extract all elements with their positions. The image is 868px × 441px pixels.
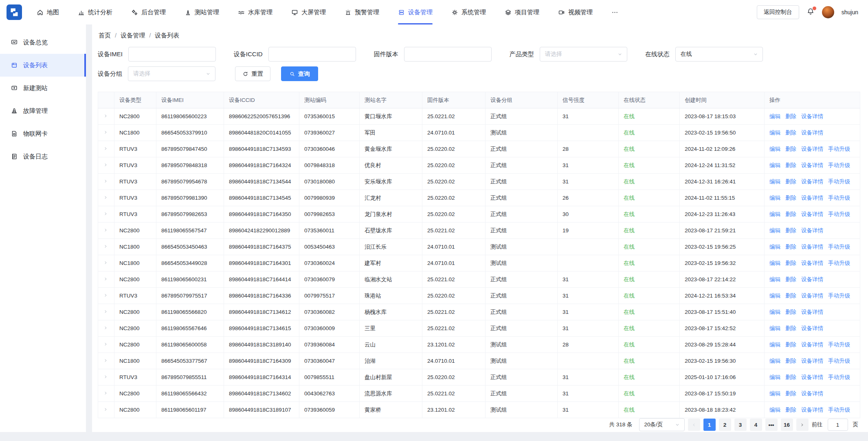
manual-upgrade-link[interactable]: 手动升级	[828, 407, 850, 413]
page-button-2[interactable]: 2	[719, 419, 731, 431]
expand-row-button[interactable]	[103, 390, 108, 396]
device-detail-link[interactable]: 设备详情	[801, 342, 823, 348]
breadcrumb-item[interactable]: 设备管理	[121, 32, 145, 40]
edit-link[interactable]: 编辑	[769, 309, 780, 315]
online-status-select[interactable]: 在线	[675, 47, 763, 62]
device-detail-link[interactable]: 设备详情	[801, 390, 823, 397]
expand-row-button[interactable]	[103, 162, 108, 168]
edit-link[interactable]: 编辑	[769, 407, 780, 413]
edit-link[interactable]: 编辑	[769, 374, 780, 380]
manual-upgrade-link[interactable]: 手动升级	[828, 358, 850, 364]
expand-row-button[interactable]	[103, 260, 108, 265]
device-detail-link[interactable]: 设备详情	[801, 358, 823, 364]
reset-button[interactable]: 重置	[235, 66, 270, 81]
nav-item-more[interactable]	[611, 0, 618, 24]
edit-link[interactable]: 编辑	[769, 130, 780, 136]
edit-link[interactable]: 编辑	[769, 179, 780, 185]
expand-row-button[interactable]	[103, 227, 108, 233]
device-detail-link[interactable]: 设备详情	[801, 276, 823, 282]
manual-upgrade-link[interactable]: 手动升级	[828, 146, 850, 152]
manual-upgrade-link[interactable]: 手动升级	[828, 179, 850, 185]
delete-link[interactable]: 删除	[785, 342, 796, 348]
nav-item-warning-management[interactable]: 预警管理	[345, 0, 379, 24]
device-detail-link[interactable]: 设备详情	[801, 195, 823, 201]
delete-link[interactable]: 删除	[785, 179, 796, 185]
device-detail-link[interactable]: 设备详情	[801, 146, 823, 152]
more-pages-button[interactable]: •••	[765, 419, 778, 431]
edit-link[interactable]: 编辑	[769, 195, 780, 201]
expand-row-button[interactable]	[103, 130, 108, 135]
sidebar-item-device-overview[interactable]: 设备总览	[0, 31, 86, 54]
delete-link[interactable]: 删除	[785, 390, 796, 397]
delete-link[interactable]: 删除	[785, 130, 796, 136]
delete-link[interactable]: 删除	[785, 325, 796, 331]
manual-upgrade-link[interactable]: 手动升级	[828, 342, 850, 348]
device-detail-link[interactable]: 设备详情	[801, 260, 823, 266]
device-group-select[interactable]: 请选择	[128, 66, 215, 81]
manual-upgrade-link[interactable]: 手动升级	[828, 162, 850, 168]
edit-link[interactable]: 编辑	[769, 260, 780, 266]
expand-row-button[interactable]	[103, 146, 108, 151]
delete-link[interactable]: 删除	[785, 211, 796, 217]
nav-item-system-management[interactable]: 系统管理	[451, 0, 486, 24]
manual-upgrade-link[interactable]: 手动升级	[828, 244, 850, 250]
page-button-4[interactable]: 4	[750, 419, 762, 431]
expand-row-button[interactable]	[103, 325, 108, 331]
device-detail-link[interactable]: 设备详情	[801, 309, 823, 315]
edit-link[interactable]: 编辑	[769, 358, 780, 364]
device-detail-link[interactable]: 设备详情	[801, 179, 823, 185]
device-imei-input[interactable]	[128, 47, 216, 62]
manual-upgrade-link[interactable]: 手动升级	[828, 195, 850, 201]
nav-item-statistics[interactable]: 统计分析	[78, 0, 112, 24]
delete-link[interactable]: 删除	[785, 195, 796, 201]
edit-link[interactable]: 编辑	[769, 244, 780, 250]
expand-row-button[interactable]	[103, 195, 108, 200]
user-avatar[interactable]	[822, 6, 834, 18]
nav-item-reservoir-management[interactable]: 水库管理	[238, 0, 272, 24]
delete-link[interactable]: 删除	[785, 227, 796, 234]
nav-item-video-management[interactable]: 视频管理	[558, 0, 593, 24]
device-detail-link[interactable]: 设备详情	[801, 162, 823, 168]
delete-link[interactable]: 删除	[785, 374, 796, 380]
expand-row-button[interactable]	[103, 211, 108, 216]
next-page-button[interactable]	[796, 419, 809, 431]
delete-link[interactable]: 删除	[785, 293, 796, 299]
sidebar-item-new-station[interactable]: 新建测站	[0, 77, 86, 99]
search-button[interactable]: 查询	[281, 66, 318, 81]
delete-link[interactable]: 删除	[785, 358, 796, 364]
edit-link[interactable]: 编辑	[769, 113, 780, 119]
edit-link[interactable]: 编辑	[769, 325, 780, 331]
page-button-1[interactable]: 1	[703, 419, 716, 431]
nav-item-project-management[interactable]: 项目管理	[505, 0, 539, 24]
nav-item-device-management[interactable]: 设备管理	[398, 0, 433, 24]
page-size-select[interactable]: 20条/页	[639, 418, 685, 431]
expand-row-button[interactable]	[103, 407, 108, 412]
nav-item-bigscreen-management[interactable]: 大屏管理	[291, 0, 326, 24]
expand-row-button[interactable]	[103, 244, 108, 249]
manual-upgrade-link[interactable]: 手动升级	[828, 211, 850, 217]
sidebar-item-fault-management[interactable]: 故障管理	[0, 99, 86, 122]
back-to-console-button[interactable]: 返回控制台	[757, 5, 799, 19]
edit-link[interactable]: 编辑	[769, 162, 780, 168]
device-detail-link[interactable]: 设备详情	[801, 325, 823, 331]
device-detail-link[interactable]: 设备详情	[801, 407, 823, 413]
edit-link[interactable]: 编辑	[769, 276, 780, 282]
expand-row-button[interactable]	[103, 276, 108, 282]
expand-row-button[interactable]	[103, 374, 108, 379]
delete-link[interactable]: 删除	[785, 244, 796, 250]
device-detail-link[interactable]: 设备详情	[801, 130, 823, 136]
expand-row-button[interactable]	[103, 179, 108, 184]
device-detail-link[interactable]: 设备详情	[801, 293, 823, 299]
nav-item-backend-management[interactable]: 后台管理	[131, 0, 166, 24]
edit-link[interactable]: 编辑	[769, 146, 780, 152]
expand-row-button[interactable]	[103, 113, 108, 119]
sidebar-item-device-log[interactable]: 设备日志	[0, 145, 86, 168]
expand-row-button[interactable]	[103, 293, 108, 298]
expand-row-button[interactable]	[103, 358, 108, 363]
delete-link[interactable]: 删除	[785, 407, 796, 413]
manual-upgrade-link[interactable]: 手动升级	[828, 260, 850, 266]
device-detail-link[interactable]: 设备详情	[801, 244, 823, 250]
manual-upgrade-link[interactable]: 手动升级	[828, 374, 850, 380]
device-detail-link[interactable]: 设备详情	[801, 374, 823, 380]
device-detail-link[interactable]: 设备详情	[801, 227, 823, 234]
